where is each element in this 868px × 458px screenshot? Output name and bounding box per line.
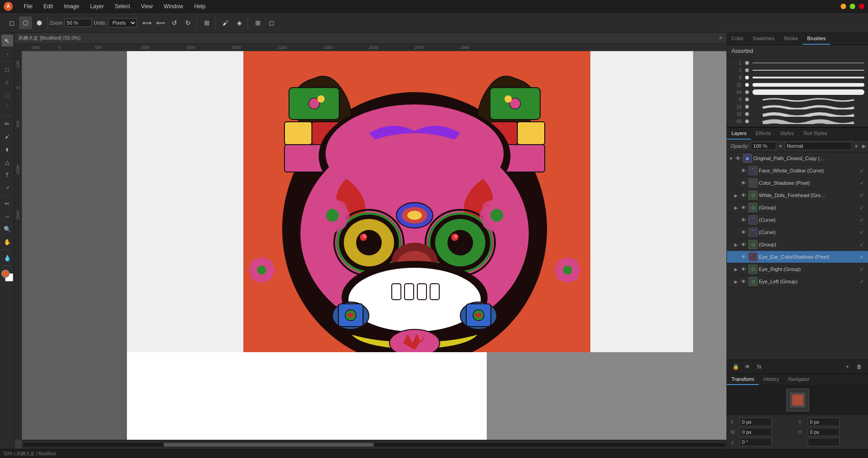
layer-fx-button[interactable]: fx — [754, 362, 764, 372]
menu-edit[interactable]: Edit — [42, 2, 55, 10]
tool-eyedropper[interactable]: 💧 — [1, 252, 13, 264]
menu-window[interactable]: Window — [162, 2, 185, 10]
flip-v-button[interactable]: ⟸ — [154, 16, 167, 29]
layer-eye-right[interactable]: ▶ 👁 ⬡ Eye_Right (Group) ✓ — [727, 263, 868, 276]
tab-stroke[interactable]: Stroke — [779, 33, 803, 45]
layer-check-6[interactable]: ✓ — [860, 217, 866, 223]
layer-face-outline[interactable]: 👁 ⌒ Face_Whole_Outline (Curve) ✓ — [727, 165, 868, 177]
menu-layer[interactable]: Layer — [88, 2, 105, 10]
layer-options-arrow[interactable]: ▶ — [862, 143, 866, 149]
brush-item-1[interactable]: 1 — [727, 59, 868, 67]
layer-check-4[interactable]: ✓ — [860, 193, 866, 198]
layer-vis-8[interactable]: 👁 — [740, 242, 747, 247]
tool-text[interactable]: T — [1, 169, 13, 181]
tool-node[interactable]: ⬦ — [1, 47, 13, 59]
tf-extra-input[interactable] — [808, 438, 840, 446]
tab-brushes[interactable]: Brushes — [803, 33, 830, 45]
fg-color-swatch[interactable] — [1, 270, 10, 278]
transform-button[interactable]: ⬡ — [19, 16, 32, 29]
brush-item-8w[interactable]: 8 — [727, 96, 868, 103]
opacity-input[interactable] — [751, 142, 776, 150]
layer-delete-button[interactable]: 🗑 — [854, 362, 864, 372]
tab-history[interactable]: History — [759, 374, 784, 385]
layer-curve-2[interactable]: 👁 ⌒ (Curve) ✓ — [727, 226, 868, 239]
layer-check-2[interactable]: ✓ — [860, 168, 866, 174]
tool-gradient[interactable]: △ — [1, 156, 13, 168]
tab-swatches[interactable]: Swatches — [748, 33, 779, 45]
layer-add-button[interactable]: + — [842, 362, 852, 372]
wireframe-button[interactable]: ◻ — [265, 16, 278, 29]
layer-check-11[interactable]: ✓ — [860, 279, 866, 285]
brush-item-1b[interactable]: 1 — [727, 67, 868, 74]
tool-crop[interactable]: ✂ — [1, 198, 13, 209]
rotate-right-button[interactable]: ↻ — [182, 16, 195, 29]
layer-vis-9[interactable]: 👁 — [740, 254, 747, 260]
opacity-dropdown-arrow[interactable]: ▼ — [778, 144, 783, 149]
layer-eye-left[interactable]: ▶ 👁 ⬡ Eye_Left (Group) ✓ — [727, 276, 868, 288]
minimize-button[interactable] — [841, 4, 846, 9]
brush-item-8[interactable]: 8 — [727, 74, 868, 81]
new-button[interactable]: ◻ — [5, 16, 18, 29]
menu-view[interactable]: View — [139, 2, 155, 10]
tool-ellipse[interactable]: ○ — [1, 76, 13, 88]
layer-vis-7[interactable]: 👁 — [740, 229, 747, 235]
units-select[interactable]: Pixels Inches cm — [108, 18, 137, 27]
snap-button[interactable]: ⊞ — [200, 16, 213, 29]
blend-mode-arrow[interactable]: ▼ — [854, 144, 858, 149]
tf-w-input[interactable] — [740, 428, 772, 436]
tab-navigator[interactable]: Navigator — [784, 374, 814, 385]
eraser-mode-button[interactable]: ◈ — [233, 16, 246, 29]
layer-visibility-button[interactable]: 👁 — [742, 362, 752, 372]
tool-rect[interactable]: □ — [1, 63, 13, 75]
layer-eye-ear-shadows[interactable]: 👁 ⬛ Eye_Ear_ColorShadows (Pixel) ✓ — [727, 251, 868, 263]
layer-white-dots[interactable]: ▶ 👁 ⬡ White_Dots_Forehead (Gro… ✓ — [727, 189, 868, 202]
layer-expand-8[interactable]: ▶ — [734, 242, 740, 247]
tab-color[interactable]: Color — [727, 33, 748, 45]
blend-mode-input[interactable] — [784, 142, 852, 150]
layer-check-9[interactable]: ✓ — [860, 254, 866, 260]
grid-button[interactable]: ⊞ — [252, 16, 264, 29]
layer-vis-3[interactable]: 👁 — [740, 180, 747, 186]
tab-layers[interactable]: Layers — [727, 128, 751, 140]
tool-brush[interactable]: 🖌 — [1, 130, 13, 142]
layer-check-7[interactable]: ✓ — [860, 229, 866, 235]
brush-mode-button[interactable]: 🖌 — [219, 16, 232, 29]
tool-fill[interactable]: ⧫ — [1, 143, 13, 155]
menu-image[interactable]: Image — [62, 2, 81, 10]
h-scrollbar[interactable] — [22, 440, 726, 449]
layer-expand-10[interactable]: ▶ — [734, 267, 740, 272]
tf-rot-input[interactable] — [740, 438, 772, 446]
tab-effects[interactable]: Effects — [751, 128, 775, 140]
tool-hand[interactable]: ✋ — [1, 236, 13, 248]
tool-lasso[interactable]: ⌒ — [1, 102, 13, 114]
layer-check-3[interactable]: ✓ — [860, 180, 866, 186]
layer-vis-6[interactable]: 👁 — [740, 217, 747, 223]
brush-item-64[interactable]: 64 — [727, 88, 868, 96]
zoom-input[interactable] — [64, 19, 92, 27]
layer-group-1[interactable]: ▶ 👁 ⬡ (Group) ✓ — [727, 202, 868, 214]
brush-item-60[interactable]: 60 — [727, 118, 868, 125]
layer-lock-button[interactable]: 🔒 — [731, 362, 741, 372]
tf-h-input[interactable] — [808, 428, 840, 436]
canvas-viewport[interactable] — [22, 51, 726, 440]
tab-transform[interactable]: Transform — [727, 374, 759, 385]
tool-vector[interactable]: ↗ — [1, 182, 13, 193]
layer-original-path[interactable]: ▼ 👁 ▣ Original_Path_Closed_Copy (… — [727, 152, 868, 165]
layer-check-10[interactable]: ✓ — [860, 266, 866, 272]
tf-x-input[interactable] — [740, 418, 772, 426]
layer-group-2[interactable]: ▶ 👁 ⬡ (Group) ✓ — [727, 239, 868, 251]
tool-select[interactable]: ↖ — [1, 35, 13, 47]
layer-vis-2[interactable]: 👁 — [740, 168, 747, 173]
layer-vis-10[interactable]: 👁 — [740, 266, 747, 272]
layer-vis-4[interactable]: 👁 — [740, 193, 747, 198]
tool-measure[interactable]: ↔ — [1, 210, 13, 222]
menu-help[interactable]: Help — [192, 2, 207, 10]
maximize-button[interactable] — [850, 4, 855, 9]
layer-vis-11[interactable]: 👁 — [740, 279, 747, 284]
close-button[interactable] — [859, 4, 864, 9]
layer-expand-5[interactable]: ▶ — [734, 205, 740, 210]
tab-text-styles[interactable]: Text Styles — [798, 128, 831, 140]
brush-item-32w[interactable]: 32 — [727, 110, 868, 118]
tool-marquee[interactable]: ⬚ — [1, 89, 13, 101]
tool-zoom[interactable]: 🔍 — [1, 223, 13, 235]
